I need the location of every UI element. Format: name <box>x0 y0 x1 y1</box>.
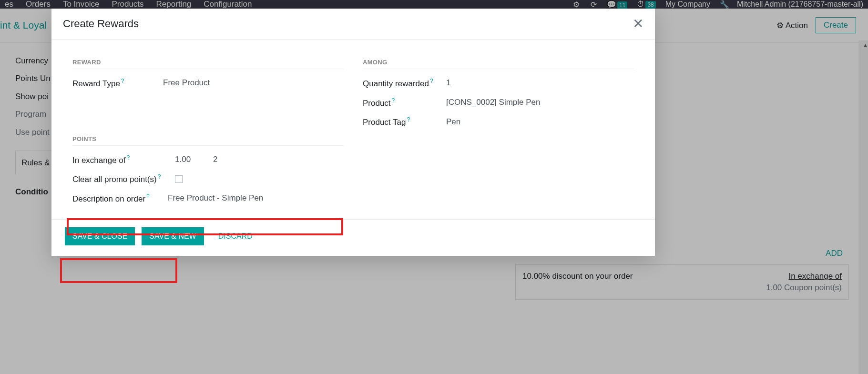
section-reward: REWARD <box>72 59 344 69</box>
save-close-button[interactable]: SAVE & CLOSE <box>65 227 135 245</box>
help-icon[interactable]: ? <box>146 193 150 200</box>
modal-title: Create Rewards <box>63 18 139 30</box>
product-value[interactable]: [CONS_0002] Simple Pen <box>446 98 541 107</box>
help-icon[interactable]: ? <box>127 154 130 161</box>
create-rewards-modal: Create Rewards ✕ REWARD Reward Type? Fre… <box>51 9 655 256</box>
reward-type-label: Reward Type? <box>72 78 163 89</box>
description-input[interactable] <box>168 193 301 203</box>
reward-type-value[interactable]: Free Product <box>163 78 210 88</box>
help-icon[interactable]: ? <box>430 78 433 84</box>
product-tag-value[interactable]: Pen <box>446 117 460 127</box>
exchange-value-1[interactable]: 1.00 <box>175 155 213 164</box>
clear-points-label: Clear all promo point(s)? <box>72 173 175 184</box>
exchange-value-2[interactable]: 2 <box>213 155 217 164</box>
save-new-button[interactable]: SAVE & NEW <box>142 227 204 245</box>
help-icon[interactable]: ? <box>121 78 124 84</box>
quantity-value[interactable]: 1 <box>446 78 450 88</box>
right-column: AMONG Quantity rewarded? 1 Product? [CON… <box>363 59 634 206</box>
section-points: POINTS <box>72 135 344 146</box>
close-icon[interactable]: ✕ <box>633 17 643 30</box>
section-among: AMONG <box>363 59 634 69</box>
clear-points-checkbox[interactable] <box>175 175 183 183</box>
quantity-label: Quantity rewarded? <box>363 78 446 89</box>
discard-button[interactable]: DISCARD <box>211 227 260 245</box>
description-label: Description on order? <box>72 193 168 204</box>
help-icon[interactable]: ? <box>407 116 410 123</box>
exchange-label: In exchange of? <box>72 154 175 165</box>
product-tag-label: Product Tag? <box>363 116 446 127</box>
left-column: REWARD Reward Type? Free Product POINTS … <box>72 59 344 206</box>
modal-footer: SAVE & CLOSE SAVE & NEW DISCARD <box>51 219 655 256</box>
product-label: Product? <box>363 97 446 108</box>
help-icon[interactable]: ? <box>392 97 395 104</box>
help-icon[interactable]: ? <box>158 173 161 180</box>
